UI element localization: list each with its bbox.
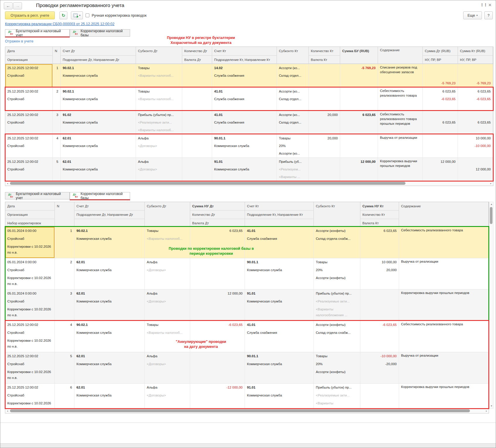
cell-date: 25.12.2025 12:00:02Стройснаб (5, 134, 53, 158)
cell-sum_nu_kt (360, 290, 399, 321)
help-icon: ? (488, 13, 490, 18)
scroll-left-icon[interactable]: ◂ (5, 409, 10, 413)
dtkt-icon: ДтКт (73, 193, 79, 198)
table-row[interactable]: 25.12.2025 12:00:02СтройснабКорректировк… (5, 321, 489, 352)
cell-content: Себестоимость реализованного товара (399, 227, 489, 258)
column-header-sum_nu_kt: Сумма НУ КтКоличество КтВалюта Кт (360, 202, 399, 226)
cell-sum_nu_kt (360, 384, 399, 408)
cell-date: 05.01.2024 0:00:00СтройснабКорректировки… (5, 227, 55, 258)
cell-sub_kt: Ассорти (конфеты)Склад отдела снабж... (314, 227, 360, 258)
tab-accounting-tax-1[interactable]: ДтКт Бухгалтерский и налоговый учет (5, 29, 70, 37)
table-row[interactable]: 05.01.2024 0:00:00СтройснабКорректировки… (5, 258, 489, 289)
cell-content: Себестоимость реализованного товара прош… (378, 111, 423, 134)
column-header-sub_dt: Субконто Дт (145, 202, 190, 226)
table-row[interactable]: 25.12.2025 12:00:02СтройснабКорректировк… (5, 383, 489, 408)
dropdown-caret-icon: ▾ (79, 14, 80, 17)
cell-date: 25.12.2025 12:00:02Стройснаб (5, 64, 53, 87)
cell-qty_kt (309, 158, 340, 181)
cell-acct_kt: 14.02Служба снабжения (212, 64, 277, 87)
cell-qty_kt (309, 64, 340, 87)
cell-n: 2 (53, 88, 61, 111)
cell-qty_dt (182, 88, 212, 111)
cell-sub_dt: Товары<Варианты налогооб... (136, 88, 182, 111)
cell-sum_nu_kt: -6 023,65 (360, 321, 399, 352)
horizontal-scrollbar[interactable]: ◂▸ (5, 181, 493, 186)
more-button[interactable]: Еще▾ (463, 11, 482, 19)
cell-date: 05.01.2024 0:00:00СтройснабКорректировки… (5, 258, 55, 289)
horizontal-scroll-thumb[interactable] (10, 182, 405, 185)
tax-base-adjustments-table: ДатаОрганизацияНабор корректировокNСчет … (5, 202, 489, 413)
scroll-up-icon[interactable]: ▲ (489, 202, 494, 206)
nav-forward-button[interactable]: → (13, 2, 22, 9)
scroll-left-icon[interactable]: ◂ (5, 181, 10, 186)
cell-n: 5 (55, 352, 74, 383)
reflect-button[interactable]: Отразить в регл. учете (5, 11, 55, 19)
horizontal-scroll-thumb[interactable] (10, 409, 470, 412)
dtkt-icon: ДтКт (73, 30, 79, 35)
help-button[interactable]: ? (484, 11, 493, 19)
cell-sum_dt: -5 769,23 (423, 64, 458, 87)
manual-adjustment-checkbox[interactable] (86, 13, 89, 17)
cell-sum_nu_dt (190, 352, 245, 383)
cell-n: 6 (55, 384, 74, 408)
cell-sum_nu_kt: -10 000,00-20,000 (360, 352, 399, 383)
table-row[interactable]: 25.12.2025 12:00:02Стройснаб391.02Коммер… (5, 111, 493, 134)
refresh-button[interactable]: ↻ (59, 11, 67, 19)
scroll-right-icon[interactable]: ▸ (489, 181, 493, 186)
cell-sum_nu_kt: 6 023,65 (360, 227, 399, 258)
cell-content: Корректировка выручки прошлых периодов (378, 158, 423, 181)
cell-sub_kt: Ассорти (ко...Склад отдел... (277, 64, 309, 87)
column-header-date: ДатаОрганизацияНабор корректировок (5, 202, 55, 226)
table-row[interactable]: 25.12.2025 12:00:02Стройснаб290.02.1Комм… (5, 87, 493, 111)
table-row[interactable]: 25.12.2025 12:00:02Стройснаб462.01Коммер… (5, 134, 493, 158)
nav-back-button[interactable]: ← (4, 2, 13, 9)
forward-icon: → (16, 4, 20, 8)
cell-acct_kt: 41.01Служба снабжения (212, 88, 277, 111)
cell-sub_kt: Прибыль (уб...<Реализуем...<Варианты ... (277, 158, 309, 181)
cell-qty_kt (309, 88, 340, 111)
window-menu-icon[interactable]: ⋮⋮ (480, 3, 487, 7)
cell-n: 3 (53, 111, 61, 134)
cell-sub_kt: Прибыль (убыток) пр...<Реализуемые акти.… (314, 290, 360, 321)
table-row[interactable]: 25.12.2025 12:00:02Стройснаб190.02.1Комм… (5, 64, 493, 87)
cell-n: 5 (53, 158, 61, 181)
cell-sub_dt: Альфа<Договоры> (145, 258, 190, 289)
refresh-icon: ↻ (62, 13, 65, 18)
document-link[interactable]: Корректировка реализации СБ00-000003 от … (5, 22, 115, 26)
close-icon[interactable]: × (488, 2, 492, 8)
cell-acct_kt: 41.01Служба снабжения (212, 111, 277, 134)
cell-date: 25.12.2025 12:00:02СтройснабКорректировк… (5, 384, 55, 408)
tab-tax-base-adjustments-1[interactable]: ДтКт Корректировки налоговой базы (70, 29, 130, 37)
column-header-acct_kt: Счет КтПодразделение Кт, Направление Кт (212, 47, 277, 64)
table-row[interactable]: 25.12.2025 12:00:02СтройснабКорректировк… (5, 352, 489, 383)
column-header-sum_dt: Сумма Дт (RUB)НУ, ПР, ВР (423, 47, 458, 64)
scroll-right-icon[interactable]: ▸ (484, 409, 489, 413)
cell-sub_dt: Товары<Варианты налогооб... (136, 64, 182, 87)
accounting-entries-table: ДатаОрганизацияNСчет ДтПодразделение Дт,… (5, 47, 493, 186)
cell-content: Выручка от реализации (399, 258, 489, 289)
register-icon (73, 13, 78, 17)
column-header-qty_kt: Количество КтВалюта Кт (309, 47, 340, 64)
cell-sub_dt: Альфа<Договоры> (145, 290, 190, 321)
cell-qty_dt (182, 64, 212, 87)
tab-accounting-tax-2[interactable]: ДтКт Бухгалтерский и налоговый учет (5, 192, 70, 199)
column-header-sub_kt: Субконто Кт (314, 202, 360, 226)
vertical-scrollbar[interactable]: ▲ ▼ (489, 202, 493, 408)
cell-sub_dt: Альфа<Договоры> (145, 352, 190, 383)
cell-content: Корректировка выручки прошлых периодов (399, 384, 489, 408)
table-row[interactable]: 25.12.2025 12:00:02Стройснаб562.01Коммер… (5, 158, 493, 181)
scroll-down-icon[interactable]: ▼ (489, 404, 494, 408)
cell-sum_kt: 6 023,65 (458, 111, 493, 134)
cell-acct_dt: 62.01Коммерческая служба (61, 134, 136, 158)
cell-sub_kt: Ассорти (ко...Склад отдел... (277, 111, 309, 134)
table-row[interactable]: 05.01.2024 0:00:00СтройснабКорректировки… (5, 289, 489, 321)
register-records-button[interactable]: ▾ (71, 11, 83, 19)
annotation-adjustment-period: Проводки по корректировке налоговой базы… (147, 246, 276, 256)
cell-acct_dt: 62.01Коммерческая служба (74, 290, 145, 321)
cell-acct_dt: 90.02.1Коммерческая служба (74, 227, 145, 258)
cell-sub_kt: Ассорти (ко...Склад отдел... (277, 88, 309, 111)
vertical-scroll-thumb[interactable] (490, 207, 492, 224)
tab-tax-base-adjustments-2[interactable]: ДтКт Корректировки налоговой базы (70, 192, 130, 199)
cell-sum_dt: 12 000,00 (423, 158, 458, 181)
horizontal-scrollbar[interactable]: ◂▸ (5, 408, 489, 413)
